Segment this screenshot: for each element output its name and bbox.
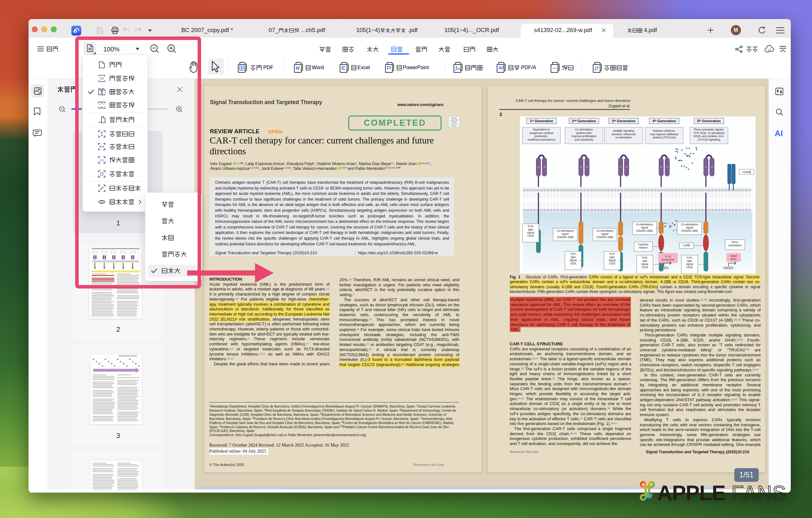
svg-text:type: type (528, 228, 533, 231)
svg-text:TCR-: TCR- (687, 256, 693, 259)
svg-text:may express additional: may express additional (650, 133, 678, 136)
svg-text:TCR-: TCR- (609, 252, 615, 255)
svg-text:signal: signal (562, 232, 569, 236)
svg-text:(CD28/4-1BB): (CD28/4-1BB) (681, 229, 698, 232)
svg-text:STAT3/5 signalling: STAT3/5 signalling (698, 138, 720, 141)
svg-text:CD3ζ: CD3ζ (642, 266, 648, 269)
svg-text:V: V (711, 166, 713, 168)
svg-text:Co-stimulatory: Co-stimulatory (596, 229, 614, 232)
svg-text:(CD28/4-1BB): (CD28/4-1BB) (636, 229, 653, 232)
svg-text:signal: signal (527, 231, 534, 234)
svg-text:FANS: FANS (731, 482, 786, 505)
svg-text:V: V (660, 166, 662, 168)
svg-text:V: V (626, 166, 628, 168)
svg-text:V: V (586, 166, 588, 168)
svg-text:signal: signal (641, 226, 648, 229)
svg-text:improve proliferation: improve proliferation (572, 135, 596, 138)
svg-text:type: type (571, 255, 576, 259)
svg-text:Three synergistic signals:: Three synergistic signals: (694, 128, 724, 131)
svg-text:APPLE: APPLE (657, 481, 725, 505)
svg-text:type: type (610, 255, 615, 259)
svg-text:target: target (730, 254, 737, 257)
svg-text:type: type (687, 259, 692, 263)
svg-text:Release cytokines,: Release cytokines, (653, 129, 676, 132)
svg-text:V: V (538, 166, 539, 168)
svg-text:CD28, and cytokine JAK–: CD28, and cytokine JAK– (693, 135, 724, 138)
svg-text:signal: signal (686, 226, 693, 229)
svg-text:inducer: inducer (639, 246, 648, 249)
svg-text:CD3ζ: CD3ζ (687, 266, 693, 269)
svg-text:V: V (580, 166, 582, 168)
svg-text:domains: enhanced: domains: enhanced (612, 133, 635, 136)
svg-text:Co-stimulatory: Co-stimulatory (636, 223, 654, 226)
svg-text:CD3ζ: CD3ζ (609, 262, 616, 265)
svg-text:production.: production. (535, 135, 548, 138)
svg-text:type: type (642, 259, 647, 263)
svg-text:signal: signal (686, 263, 693, 266)
svg-text:Co-stimulatory: Co-stimulatory (681, 223, 698, 226)
svg-text:TRAC: TRAC (731, 241, 739, 244)
svg-text:signal: signal (601, 232, 608, 236)
svg-text:signal: signal (609, 259, 616, 262)
svg-text:V: V (620, 166, 621, 168)
svg-text:Cytokine: Cytokine (638, 243, 649, 246)
svg-text:CD3ζ: CD3ζ (570, 262, 577, 265)
svg-text:(CD28/4-1BB): (CD28/4-1BB) (557, 236, 574, 239)
svg-text:IL2Rβ: IL2Rβ (683, 244, 690, 247)
svg-text:signal: signal (641, 263, 648, 266)
svg-text:signal: signal (570, 259, 577, 262)
svg-text:Co-stimulatory: Co-stimulatory (575, 128, 593, 131)
svg-text:V: V (666, 166, 668, 168)
svg-text:TCR-: TCR- (642, 256, 648, 259)
svg-text:TCR-: TCR- (527, 225, 534, 228)
svg-text:V: V (544, 166, 545, 168)
svg-text:V: V (705, 166, 707, 168)
svg-text:IL-12: IL-12 (665, 254, 671, 258)
svg-text:gene: gene (731, 257, 737, 261)
svg-text:TCR-: TCR- (570, 252, 576, 255)
svg-text:TCR CD3ζ, co-stimulatory: TCR CD3ζ, co-stimulatory (693, 131, 725, 135)
svg-text:co-stimulation: co-stimulation (615, 136, 632, 139)
svg-text:exogenous cytokine: exogenous cytokine (529, 131, 553, 135)
svg-text:and cytotoxicity: and cytotoxicity (575, 138, 593, 141)
svg-text:inactivation: inactivation (728, 244, 742, 247)
svg-text:proteins that: proteins that (576, 131, 591, 135)
svg-text:Insufficient persistence: Insufficient persistence (527, 138, 555, 141)
svg-text:Dependent on: Dependent on (533, 128, 550, 131)
svg-text:proteins (TRUCKs): proteins (TRUCKs) (653, 136, 676, 139)
svg-text:(CD28/4-1BB): (CD28/4-1BB) (597, 236, 613, 239)
svg-text:updates: updates (452, 126, 457, 127)
svg-text:Multiple signaling: Multiple signaling (613, 129, 634, 132)
svg-text:Co-stimulatory: Co-stimulatory (557, 229, 574, 232)
svg-text:Check for: Check for (451, 124, 457, 125)
svg-text:TCRαβ: TCRαβ (742, 170, 751, 173)
svg-text:CD3ζ: CD3ζ (527, 234, 534, 238)
svg-text:production: production (662, 258, 674, 261)
